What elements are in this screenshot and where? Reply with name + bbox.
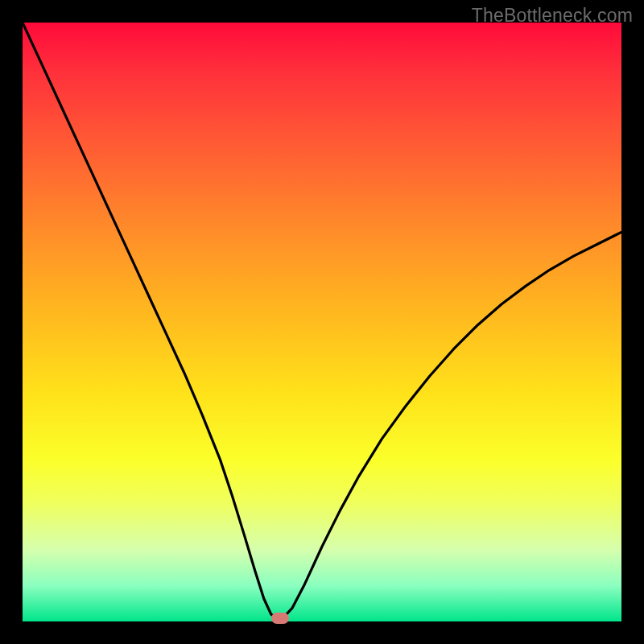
bottleneck-curve — [23, 23, 621, 621]
optimum-marker — [271, 613, 289, 624]
plot-area — [23, 23, 621, 621]
chart-frame: TheBottleneck.com — [0, 0, 644, 644]
